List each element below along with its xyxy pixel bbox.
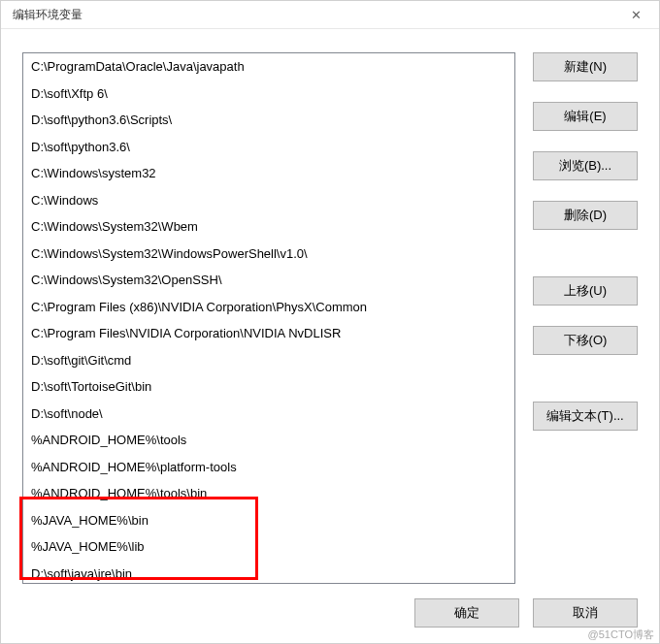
list-item[interactable]: D:\soft\node\ (23, 401, 514, 428)
list-item[interactable]: C:\Program Files\NVIDIA Corporation\NVID… (23, 320, 514, 347)
move-down-button[interactable]: 下移(O) (533, 326, 638, 355)
list-item[interactable]: %JAVA_HOME%\bin (23, 507, 514, 534)
path-listbox[interactable]: C:\ProgramData\Oracle\Java\javapath D:\s… (22, 52, 515, 584)
list-container: C:\ProgramData\Oracle\Java\javapath D:\s… (22, 52, 515, 584)
list-item[interactable]: D:\soft\TortoiseGit\bin (23, 373, 514, 401)
button-column: 新建(N) 编辑(E) 浏览(B)... 删除(D) 上移(U) 下移(O) 编… (533, 52, 638, 584)
close-button[interactable]: ✕ (622, 1, 649, 28)
list-item[interactable]: D:\soft\python3.6\ (23, 134, 514, 161)
list-item[interactable]: C:\Windows\System32\WindowsPowerShell\v1… (23, 241, 514, 268)
list-item[interactable]: C:\ProgramData\Oracle\Java\javapath (23, 53, 514, 80)
list-item[interactable]: D:\soft\git\Git\cmd (23, 347, 514, 374)
browse-button[interactable]: 浏览(B)... (533, 151, 638, 180)
list-item[interactable]: D:\soft\python3.6\Scripts\ (23, 107, 514, 134)
dialog-footer: 确定 取消 (1, 596, 659, 643)
list-item[interactable]: C:\Program Files (x86)\NVIDIA Corporatio… (23, 294, 514, 321)
watermark: @51CTO博客 (588, 628, 654, 642)
edit-button[interactable]: 编辑(E) (533, 102, 638, 131)
list-item[interactable]: C:\Windows\system32 (23, 160, 514, 187)
close-icon: ✕ (631, 8, 642, 22)
dialog-window: 编辑环境变量 ✕ C:\ProgramData\Oracle\Java\java… (0, 0, 660, 644)
list-item[interactable]: D:\soft\Xftp 6\ (23, 80, 514, 108)
ok-button[interactable]: 确定 (414, 598, 519, 628)
list-item[interactable]: C:\Windows (23, 187, 514, 214)
list-item[interactable]: %ANDROID_HOME%\platform-tools (23, 454, 514, 481)
new-button[interactable]: 新建(N) (533, 52, 638, 81)
edit-text-button[interactable]: 编辑文本(T)... (533, 402, 638, 431)
list-item[interactable]: %JAVA_HOME%\lib (23, 533, 514, 561)
move-up-button[interactable]: 上移(U) (533, 276, 638, 306)
list-item[interactable]: %ANDROID_HOME%\tools (23, 427, 514, 454)
delete-button[interactable]: 删除(D) (533, 201, 638, 230)
list-item[interactable]: C:\Windows\System32\Wbem (23, 213, 514, 241)
content-area: C:\ProgramData\Oracle\Java\javapath D:\s… (1, 29, 659, 596)
cancel-button[interactable]: 取消 (533, 598, 638, 628)
titlebar: 编辑环境变量 ✕ (1, 1, 659, 29)
dialog-title: 编辑环境变量 (13, 7, 82, 23)
list-item[interactable]: C:\Windows\System32\OpenSSH\ (23, 267, 514, 294)
list-item[interactable]: D:\soft\java\jre\bin (23, 561, 514, 585)
list-item[interactable]: %ANDROID_HOME%\tools\bin (23, 480, 514, 507)
